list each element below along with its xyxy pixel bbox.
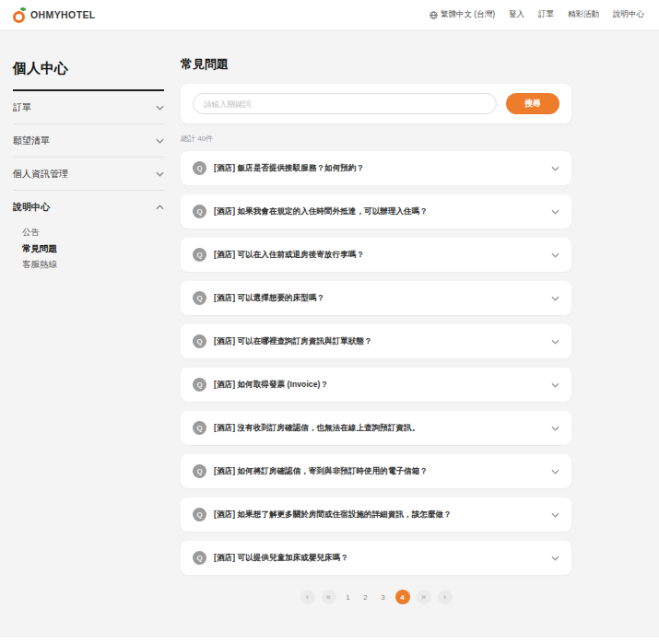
question-icon: Q <box>193 161 206 175</box>
jump-back-button[interactable]: « <box>322 590 336 604</box>
faq-question: [酒店] 可以提供兒童加床或嬰兒床嗎？ <box>214 553 551 564</box>
chevron-down-icon <box>551 556 559 561</box>
nav-help-center[interactable]: 說明中心 <box>613 9 644 20</box>
faq-question: [酒店] 飯店是否提供接駁服務？如何預約？ <box>214 163 551 174</box>
faq-item[interactable]: Q [酒店] 可以在入住前或退房後寄放行李嗎？ <box>181 238 571 272</box>
question-icon: Q <box>193 551 206 565</box>
chevron-down-icon <box>551 469 559 474</box>
faq-item[interactable]: Q [酒店] 如果我會在規定的入住時間外抵達，可以辦理入住嗎？ <box>181 194 571 228</box>
top-nav: 繁體中文 (台灣) 登入 訂單 精彩活動 說明中心 <box>430 9 644 20</box>
faq-question: [酒店] 可以在入住前或退房後寄放行李嗎？ <box>214 250 551 261</box>
faq-item[interactable]: Q [酒店] 如何取得發票 (Invoice)？ <box>181 368 571 402</box>
total-count-label: 總計 40件 <box>181 134 571 144</box>
faq-item[interactable]: Q [酒店] 可以在哪裡查詢訂房資訊與訂單狀態？ <box>181 324 571 358</box>
nav-language-label: 繁體中文 (台灣) <box>441 9 495 20</box>
sidebar: 個人中心 訂單 願望清單 個人資訊管理 說明中心 公告 常見問題 客服熱線 <box>13 30 164 638</box>
faq-question: [酒店] 如何取得發票 (Invoice)？ <box>214 380 551 391</box>
chevron-down-icon <box>551 426 559 431</box>
chevron-down-icon <box>156 105 164 111</box>
logo[interactable]: OHMYHOTEL <box>13 7 96 23</box>
chevron-down-icon <box>551 512 559 518</box>
main-panel: 常見問題 搜尋 總計 40件 Q [酒店] 飯店是否提供接駁服務？如何預約？ Q… <box>181 30 571 638</box>
orange-logo-icon <box>13 9 27 23</box>
faq-item[interactable]: Q [酒店] 可以選擇想要的床型嗎？ <box>181 281 571 315</box>
faq-item[interactable]: Q [酒店] 可以提供兒童加床或嬰兒床嗎？ <box>181 541 571 575</box>
faq-question: [酒店] 如何將訂房確認信，寄到與非預訂時使用的電子信箱？ <box>214 466 551 477</box>
chevron-down-icon <box>551 296 559 301</box>
search-input[interactable] <box>193 93 497 114</box>
sidebar-subitem-announcements[interactable]: 公告 <box>22 224 164 240</box>
nav-events[interactable]: 精彩活動 <box>568 9 599 20</box>
question-icon: Q <box>193 508 206 521</box>
chevron-down-icon <box>551 339 559 345</box>
faq-question: [酒店] 沒有收到訂房確認信，也無法在線上查詢預訂資訊。 <box>214 423 551 434</box>
pagination: ‹ « 1 2 3 4 » › <box>181 590 571 604</box>
faq-question: [酒店] 如果想了解更多關於房間或住宿設施的詳細資訊，該怎麼做？ <box>214 509 551 521</box>
page-number-2[interactable]: 2 <box>360 593 371 602</box>
globe-icon <box>430 11 438 19</box>
faq-question: [酒店] 可以在哪裡查詢訂房資訊與訂單狀態？ <box>214 336 551 347</box>
search-button[interactable]: 搜尋 <box>506 93 559 114</box>
nav-language-selector[interactable]: 繁體中文 (台灣) <box>430 9 495 20</box>
jump-forward-button[interactable]: » <box>417 590 431 604</box>
page-number-3[interactable]: 3 <box>378 593 389 602</box>
faq-question: [酒店] 可以選擇想要的床型嗎？ <box>214 293 551 304</box>
sidebar-item-help-center[interactable]: 說明中心 <box>13 191 164 224</box>
chevron-down-icon <box>156 138 164 144</box>
chevron-down-icon <box>551 209 559 215</box>
faq-item[interactable]: Q [酒店] 飯店是否提供接駁服務？如何預約？ <box>181 151 571 185</box>
faq-question: [酒店] 如果我會在規定的入住時間外抵達，可以辦理入住嗎？ <box>214 206 551 217</box>
faq-item[interactable]: Q [酒店] 如果想了解更多關於房間或住宿設施的詳細資訊，該怎麼做？ <box>181 498 571 532</box>
sidebar-item-personal-info[interactable]: 個人資訊管理 <box>13 158 164 191</box>
question-icon: Q <box>193 421 206 435</box>
chevron-down-icon <box>551 166 559 171</box>
sidebar-title: 個人中心 <box>13 60 164 91</box>
sidebar-item-label: 願望清單 <box>13 135 50 147</box>
sidebar-item-orders[interactable]: 訂單 <box>13 91 164 124</box>
chevron-up-icon <box>156 205 164 210</box>
sidebar-subitem-faq[interactable]: 常見問題 <box>22 240 164 257</box>
sidebar-subitem-service-hotline[interactable]: 客服熱線 <box>22 256 164 273</box>
previous-page-button[interactable]: ‹ <box>300 590 315 604</box>
chevron-down-icon <box>551 382 559 388</box>
chevron-down-icon <box>156 171 164 177</box>
question-icon: Q <box>193 378 206 392</box>
page-number-1[interactable]: 1 <box>343 593 354 602</box>
sidebar-item-label: 說明中心 <box>13 201 50 214</box>
footer-strip <box>0 638 659 644</box>
question-icon: Q <box>193 291 206 305</box>
page-number-4-current[interactable]: 4 <box>395 590 410 604</box>
chevron-down-icon <box>551 252 559 258</box>
content-area: 個人中心 訂單 願望清單 個人資訊管理 說明中心 公告 常見問題 客服熱線 常見… <box>0 30 659 638</box>
nav-orders[interactable]: 訂單 <box>538 9 554 20</box>
faq-item[interactable]: Q [酒店] 沒有收到訂房確認信，也無法在線上查詢預訂資訊。 <box>181 411 571 445</box>
next-page-button[interactable]: › <box>438 590 453 604</box>
question-icon: Q <box>193 205 206 218</box>
sidebar-item-label: 個人資訊管理 <box>13 168 68 181</box>
sidebar-item-label: 訂單 <box>13 101 31 114</box>
nav-login[interactable]: 登入 <box>509 9 524 20</box>
question-icon: Q <box>193 334 206 348</box>
header: OHMYHOTEL 繁體中文 (台灣) 登入 訂單 精彩活動 說明中心 <box>0 0 659 30</box>
search-card: 搜尋 <box>181 84 571 123</box>
question-icon: Q <box>193 248 206 262</box>
logo-text: OHMYHOTEL <box>30 9 96 20</box>
faq-item[interactable]: Q [酒店] 如何將訂房確認信，寄到與非預訂時使用的電子信箱？ <box>181 454 571 488</box>
sidebar-item-wishlist[interactable]: 願望清單 <box>13 124 164 158</box>
question-icon: Q <box>193 464 206 478</box>
page-title: 常見問題 <box>181 56 571 73</box>
sidebar-submenu: 公告 常見問題 客服熱線 <box>13 224 164 278</box>
